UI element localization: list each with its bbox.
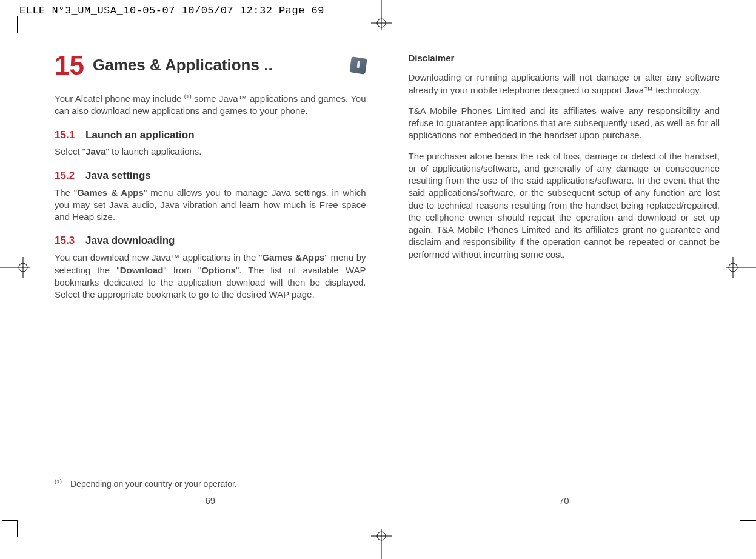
java-app-icon — [349, 56, 367, 74]
text: " to launch applications. — [106, 146, 202, 156]
section-number: 15.3 — [55, 234, 75, 248]
section-heading-15-3: 15.3 Java downloading — [55, 234, 366, 248]
footnote: (1)Depending on your country or your ope… — [55, 477, 237, 490]
section-heading-15-1: 15.1 Launch an application — [55, 129, 366, 142]
disclaimer-paragraph: T&A Mobile Phones Limited and its affili… — [409, 105, 720, 142]
bold-text: Java — [85, 146, 105, 156]
chapter-number: 15 — [55, 52, 84, 79]
registration-mark-icon — [0, 257, 30, 278]
page-number: 70 — [559, 495, 569, 507]
disclaimer-heading: Disclaimer — [409, 52, 720, 64]
registration-mark-icon — [726, 257, 756, 278]
disclaimer-paragraph: The purchaser alone bears the risk of lo… — [409, 150, 720, 261]
footnote-mark: (1) — [55, 478, 62, 484]
section-number: 15.1 — [55, 129, 75, 142]
bold-text: Games & Apps — [77, 187, 144, 198]
text: Select " — [55, 146, 85, 156]
page-70: Disclaimer Downloading or running applic… — [409, 52, 720, 510]
section-title: Java downloading — [85, 234, 175, 248]
crop-mark — [17, 16, 18, 33]
footnote-text: Depending on your country or your operat… — [70, 479, 237, 489]
bold-text: Download — [120, 265, 164, 275]
crop-mark — [2, 520, 18, 521]
footnote-ref: (1) — [184, 93, 192, 99]
crop-mark — [740, 520, 756, 521]
chapter-title: Games & Applications .. — [93, 55, 342, 76]
section-body: The "Games & Apps" menu allows you to ma… — [55, 187, 366, 224]
bold-text: Games &Apps — [262, 252, 324, 263]
crop-mark — [741, 520, 741, 537]
crop-mark — [17, 520, 18, 537]
page-69: 15 Games & Applications .. Your Alcatel … — [55, 52, 366, 510]
intro-paragraph: Your Alcatel phone may include (1) some … — [55, 92, 366, 118]
section-heading-15-2: 15.2 Java settings — [55, 169, 366, 183]
bold-text: Options — [201, 265, 236, 275]
text: Your Alcatel phone may include — [55, 93, 184, 104]
registration-mark-icon — [371, 0, 392, 30]
section-title: Launch an application — [85, 129, 194, 142]
page-spread: 15 Games & Applications .. Your Alcatel … — [55, 52, 720, 510]
section-title: Java settings — [85, 169, 151, 183]
chapter-heading: 15 Games & Applications .. — [55, 52, 366, 79]
disclaimer-paragraph: Downloading or running applications will… — [409, 72, 720, 96]
section-body: Select "Java" to launch applications. — [55, 146, 366, 158]
print-header: ELLE N°3_UM_USA_10-05-07 10/05/07 12:32 … — [19, 5, 328, 16]
page-number: 69 — [205, 495, 215, 507]
text: The " — [55, 187, 77, 198]
section-number: 15.2 — [55, 169, 75, 183]
section-body: You can download new Java™ applications … — [55, 252, 366, 301]
text: " from " — [163, 265, 201, 275]
text: You can download new Java™ applications … — [55, 252, 262, 263]
registration-mark-icon — [371, 529, 392, 559]
